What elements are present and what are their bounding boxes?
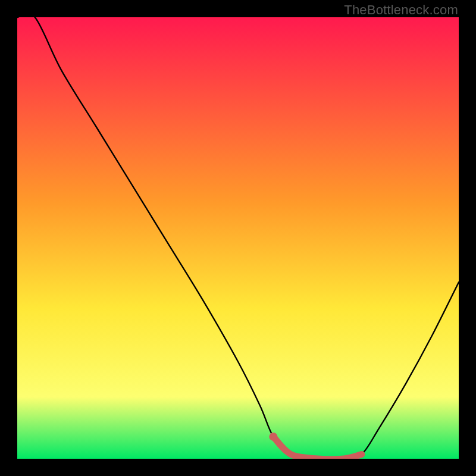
plot-area (17, 17, 459, 459)
plot-svg (17, 17, 459, 459)
watermark-text: TheBottleneck.com (344, 2, 458, 18)
gradient-background (17, 17, 459, 459)
chart-frame: TheBottleneck.com (0, 0, 476, 476)
optimal-start-marker (269, 433, 277, 441)
